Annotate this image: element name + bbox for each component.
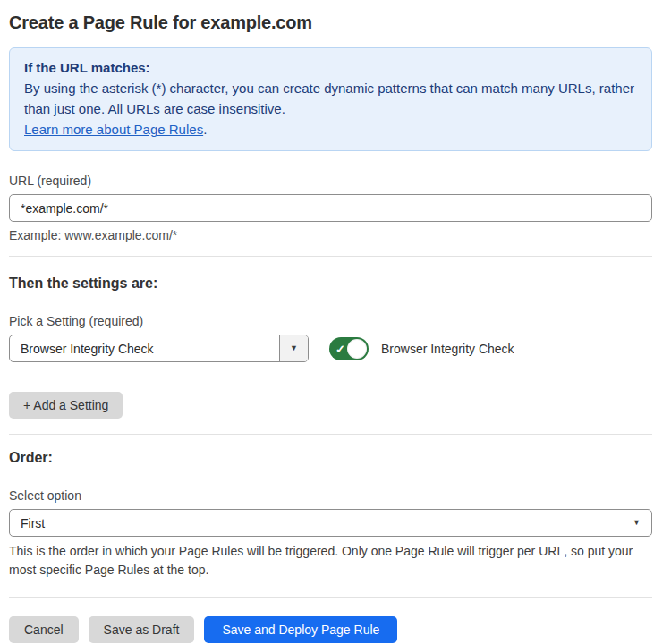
divider bbox=[9, 434, 652, 435]
order-helper-text: This is the order in which your Page Rul… bbox=[9, 542, 652, 580]
check-icon: ✓ bbox=[336, 343, 345, 354]
link-suffix: . bbox=[203, 122, 207, 137]
cancel-button[interactable]: Cancel bbox=[9, 616, 79, 643]
footer-actions: Cancel Save as Draft Save and Deploy Pag… bbox=[9, 616, 652, 643]
url-example-helper: Example: www.example.com/* bbox=[9, 228, 652, 243]
setting-picker-row: Browser Integrity Check ▼ ✓ Browser Inte… bbox=[9, 335, 652, 362]
info-box-link-line: Learn more about Page Rules. bbox=[24, 119, 637, 140]
setting-dropdown-value: Browser Integrity Check bbox=[10, 335, 279, 361]
info-box-heading: If the URL matches: bbox=[24, 57, 637, 78]
page-rule-form: Create a Page Rule for example.com If th… bbox=[0, 12, 671, 643]
divider bbox=[9, 256, 652, 257]
chevron-down-icon: ▼ bbox=[290, 344, 298, 352]
learn-more-link[interactable]: Learn more about Page Rules bbox=[24, 122, 203, 137]
info-box-body: By using the asterisk (*) character, you… bbox=[24, 78, 637, 119]
add-setting-button[interactable]: + Add a Setting bbox=[9, 392, 123, 419]
toggle-knob bbox=[347, 339, 367, 359]
order-section-heading: Order: bbox=[9, 449, 652, 466]
save-as-draft-button[interactable]: Save as Draft bbox=[89, 616, 195, 643]
order-select-value: First bbox=[21, 516, 45, 530]
chevron-down-icon: ▼ bbox=[633, 519, 641, 527]
save-and-deploy-button[interactable]: Save and Deploy Page Rule bbox=[204, 616, 397, 643]
url-field-label: URL (required) bbox=[9, 174, 652, 188]
url-match-info-box: If the URL matches: By using the asteris… bbox=[9, 47, 652, 151]
page-title: Create a Page Rule for example.com bbox=[9, 12, 652, 33]
order-select[interactable]: First ▼ bbox=[9, 509, 652, 537]
setting-dropdown[interactable]: Browser Integrity Check ▼ bbox=[9, 335, 309, 362]
url-input[interactable] bbox=[9, 194, 652, 222]
pick-setting-label: Pick a Setting (required) bbox=[9, 314, 652, 328]
divider bbox=[9, 597, 652, 598]
setting-dropdown-button[interactable]: ▼ bbox=[279, 335, 308, 361]
settings-section-heading: Then the settings are: bbox=[9, 275, 652, 292]
browser-integrity-toggle[interactable]: ✓ bbox=[329, 337, 369, 360]
order-select-label: Select option bbox=[9, 488, 652, 503]
toggle-label: Browser Integrity Check bbox=[381, 342, 514, 356]
